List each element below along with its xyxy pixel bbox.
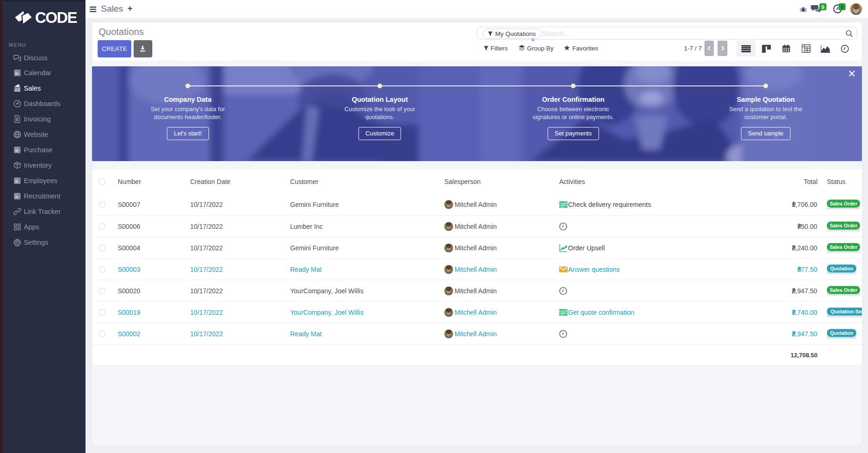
svg-text:CODE: CODE — [35, 9, 77, 26]
svg-text:$: $ — [16, 118, 18, 122]
